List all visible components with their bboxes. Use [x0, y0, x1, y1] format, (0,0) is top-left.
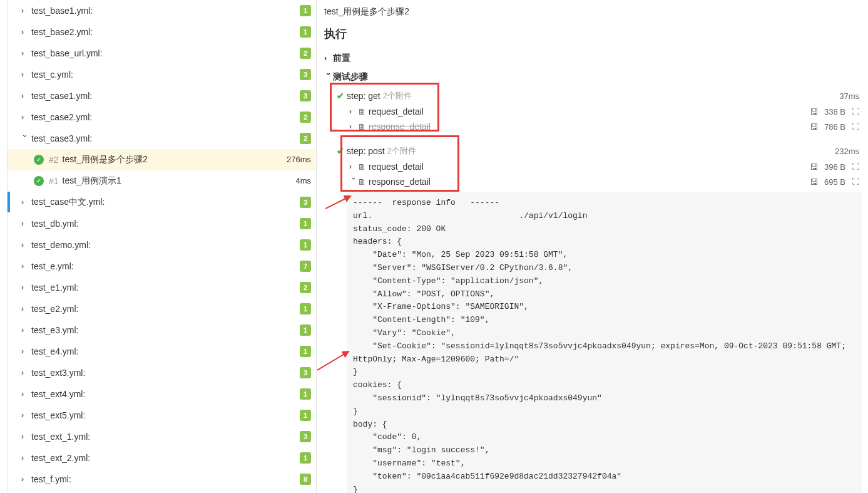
chevron-right-icon: › [21, 326, 29, 335]
count-badge: 1 [300, 410, 311, 421]
count-badge: 3 [300, 197, 311, 208]
count-badge: 7 [300, 261, 311, 272]
count-badge: 1 [300, 239, 311, 251]
chevron-right-icon: › [21, 219, 29, 228]
chevron-right-icon: › [21, 304, 29, 313]
chevron-right-icon: › [21, 198, 29, 207]
file-icon: 🗎 [358, 122, 366, 132]
tree-item[interactable]: ›test_case2.yml:2 [8, 106, 316, 128]
chevron-right-icon: › [21, 390, 29, 398]
chevron-right-icon: › [349, 162, 358, 171]
main-panel: test_用例是多个步骤2 执行 › 前置 › 测试步骤 ✔ step: get… [317, 0, 868, 493]
file-icon: 🗎 [358, 162, 366, 172]
file-icon: 🗎 [358, 177, 366, 187]
time-label: 4ms [295, 176, 311, 185]
tree-item[interactable]: ›test_ext4.yml:1 [8, 383, 316, 405]
count-badge: 3 [300, 69, 311, 80]
tree-item[interactable]: ›test_base2.yml:1 [8, 21, 316, 43]
tree-item[interactable]: ›test_ext_1.yml:3 [8, 426, 316, 447]
check-icon: ✔ [337, 146, 344, 156]
expand-icon[interactable]: ⛶ [852, 177, 859, 186]
tree-item[interactable]: ›test_case中文.yml:3 [8, 192, 316, 213]
tree-item[interactable]: ›test_ext_2.yml:1 [8, 447, 316, 469]
count-badge: 3 [300, 431, 311, 442]
section-steps[interactable]: › 测试步骤 [324, 68, 862, 86]
tree-item[interactable]: ›test_e1.yml:2 [8, 277, 316, 298]
save-icon[interactable]: 🖫 [810, 162, 818, 172]
tree-item[interactable]: ›test_f.yml:8 [8, 469, 316, 490]
chevron-right-icon: › [21, 70, 29, 79]
count-badge: 1 [300, 324, 311, 336]
count-badge: 1 [300, 346, 311, 357]
time-label: 276ms [287, 155, 311, 164]
count-badge: 2 [300, 48, 311, 59]
step-header[interactable]: ✔ step: post 2个附件 232ms [333, 143, 862, 159]
chevron-right-icon: › [21, 283, 29, 292]
tree-item[interactable]: ›test_base1.yml:1 [8, 0, 316, 21]
expand-icon[interactable]: ⛶ [852, 122, 859, 131]
count-badge: 8 [300, 474, 311, 485]
count-badge: 1 [300, 26, 311, 38]
tree-item[interactable]: ›test_case3.yml:2 [8, 128, 316, 149]
section-before[interactable]: › 前置 [324, 49, 862, 68]
chevron-right-icon: › [21, 475, 29, 484]
tree-item[interactable]: ›test_db.yml:1 [8, 213, 316, 234]
tree-item[interactable]: ›test_e.yml:7 [8, 256, 316, 277]
save-icon[interactable]: 🖫 [810, 122, 818, 132]
count-badge: 1 [300, 5, 311, 16]
chevron-right-icon: › [21, 262, 29, 271]
tree-item[interactable]: ›test_ext5.yml:1 [8, 405, 316, 426]
count-badge: 3 [300, 90, 311, 101]
attach-response-detail-expanded[interactable]: › 🗎 response_detail 🖫 695 B ⛶ [333, 174, 862, 189]
tree-subitem[interactable]: ✓#1test_用例演示14ms [8, 170, 316, 192]
svg-line-1 [317, 351, 349, 370]
chevron-right-icon: › [324, 54, 333, 63]
count-badge: 2 [300, 112, 311, 123]
check-icon: ✔ [337, 91, 344, 101]
attach-request-detail[interactable]: › 🗎 request_detail 🖫 338 B ⛶ [333, 104, 862, 119]
tree-item[interactable]: ›test_demo.yml:1 [8, 234, 316, 256]
chevron-right-icon: › [21, 368, 29, 377]
tree-subitem[interactable]: ✓#2test_用例是多个步骤2276ms [8, 149, 316, 170]
attach-request-detail[interactable]: › 🗎 request_detail 🖫 396 B ⛶ [333, 159, 862, 174]
chevron-right-icon: › [21, 432, 29, 441]
check-icon: ✓ [34, 176, 44, 186]
left-rail [0, 0, 8, 493]
chevron-right-icon: › [21, 241, 29, 249]
chevron-down-icon: › [324, 73, 333, 81]
tree-item[interactable]: ›test_c.yml:3 [8, 64, 316, 85]
step-header[interactable]: ✔ step: get 2个附件 37ms [333, 88, 862, 104]
tree-item[interactable]: ›test_ext3.yml:3 [8, 362, 316, 383]
file-icon: 🗎 [358, 107, 366, 117]
tree-item[interactable]: ›test_base_url.yml:2 [8, 43, 316, 64]
count-badge: 1 [300, 452, 311, 464]
breadcrumb: test_用例是多个步骤2 [324, 5, 862, 24]
check-icon: ✓ [34, 155, 44, 165]
count-badge: 3 [300, 367, 311, 378]
execute-heading: 执行 [324, 26, 862, 41]
chevron-right-icon: › [21, 411, 29, 420]
step-post: ✔ step: post 2个附件 232ms › 🗎 request_deta… [333, 142, 862, 493]
chevron-right-icon: › [21, 6, 29, 15]
step-get: ✔ step: get 2个附件 37ms › 🗎 request_detail… [333, 86, 862, 135]
chevron-right-icon: › [349, 122, 358, 131]
tree-item[interactable]: ›test_f2.yml:10 [8, 490, 316, 493]
attach-response-detail[interactable]: › 🗎 response_detail 🖫 786 B ⛶ [333, 119, 862, 134]
chevron-down-icon: › [349, 177, 358, 186]
save-icon[interactable]: 🖫 [810, 107, 818, 117]
chevron-right-icon: › [21, 347, 29, 356]
tree-item[interactable]: ›test_e2.yml:1 [8, 298, 316, 319]
tree-item[interactable]: ›test_case1.yml:3 [8, 85, 316, 106]
chevron-down-icon: › [21, 135, 29, 142]
tree-item[interactable]: ›test_e4.yml:1 [8, 341, 316, 362]
count-badge: 1 [300, 388, 311, 400]
count-badge: 2 [300, 282, 311, 293]
expand-icon[interactable]: ⛶ [852, 107, 859, 116]
tree-item[interactable]: ›test_e3.yml:1 [8, 319, 316, 341]
save-icon[interactable]: 🖫 [810, 177, 818, 187]
chevron-right-icon: › [21, 49, 29, 58]
expand-icon[interactable]: ⛶ [852, 162, 859, 171]
sidebar[interactable]: ›test_base1.yml:1›test_base2.yml:1›test_… [8, 0, 317, 493]
response-detail-content: ------ response info ------ url. ./api/v… [347, 192, 862, 493]
count-badge: 1 [300, 218, 311, 229]
